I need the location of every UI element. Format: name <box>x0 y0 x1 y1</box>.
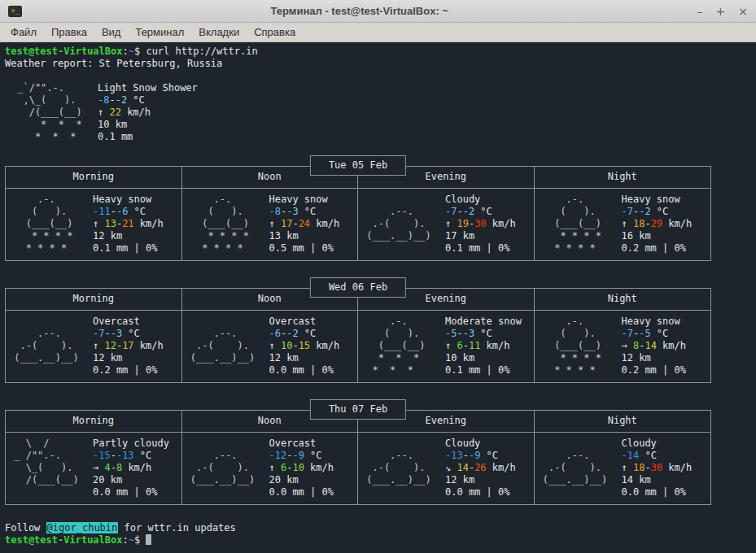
weather-icon-heavy_snow: .-. ( ). (___(__) * * * * * * * * <box>537 194 614 255</box>
terminal-text-segment: -12 <box>269 450 287 461</box>
terminal-text-segment: 20 km <box>93 474 122 486</box>
forecast-cell-line: 0.0 mm | 0% <box>93 486 169 499</box>
terminal-text-segment: ↑ <box>445 340 457 351</box>
forecast-cell-line: 12 km <box>93 352 164 364</box>
menu-terminal[interactable]: Терминал <box>128 24 191 40</box>
terminal-text-segment: 0.1 mm <box>98 131 133 142</box>
terminal-text-segment: km/h <box>310 218 339 229</box>
maximize-icon[interactable]: + <box>716 0 726 23</box>
forecast-cell-line: ↑ 13-21 km/h <box>93 218 164 230</box>
forecast-cell-noon: .--. .-( ). (___.__)__) Overcast-6--2 °C… <box>182 311 359 382</box>
terminal-text-segment: -3 <box>286 206 298 217</box>
terminal-text-segment: km/h <box>657 340 686 351</box>
weather-icon-heavy_snow: .-. ( ). (___(__) * * * * * * * * <box>8 194 85 255</box>
terminal-text-segment: 18 <box>633 218 645 229</box>
weather-icon-heavy_snow: .-. ( ). (___(__) * * * * * * * * <box>185 194 261 255</box>
terminal-text-segment: °C <box>299 328 317 339</box>
terminal-window: >_ Терминал - test@test-VirtualBox: ~ – … <box>0 0 756 553</box>
terminal-text-segment: 19 <box>457 218 468 229</box>
terminal-text-segment: km/h <box>662 218 692 229</box>
terminal-text-segment: ↑ <box>269 218 281 229</box>
minimize-icon[interactable]: – <box>697 0 703 23</box>
period-header-morning: Morning <box>6 167 182 188</box>
terminal-text-segment: ↑ <box>269 340 281 351</box>
forecast-cell-lines: Overcast-6--2 °C↑ 10-15 km/h12 km0.0 mm … <box>269 316 340 377</box>
terminal-cursor[interactable] <box>146 534 151 545</box>
menu-help[interactable]: Справка <box>247 24 303 40</box>
terminal-text-segment: Weather report: St Petersburg, Russia <box>5 58 222 69</box>
period-header-night: Night <box>535 167 711 188</box>
forecast-cell-line: Overcast <box>269 438 334 450</box>
forecast-cell-line: ↑ 18-29 km/h <box>622 218 693 230</box>
follow-line: Follow @igor_chubin for wttr.in updates <box>5 522 756 534</box>
forecast-cell-line: ↑ 10-15 km/h <box>269 340 340 352</box>
forecast-cell-line: 12 km <box>622 352 687 364</box>
terminal-body[interactable]: test@test-VirtualBox:~$ curl http://wttr… <box>0 42 756 553</box>
terminal-text-segment: °C <box>651 328 669 339</box>
menu-tabs[interactable]: Вкладки <box>191 24 247 40</box>
forecast-cell-lines: Heavy snow-7--5 °C→ 8-14 km/h12 km0.2 mm… <box>622 316 687 377</box>
forecast-table: Tue 05 FebMorningNoonEveningNight .-. ( … <box>5 166 711 261</box>
terminal-text-segment: °C <box>128 206 146 217</box>
forecast-table: Thu 07 FebMorningNoonEveningNight \ / _ … <box>5 410 711 505</box>
forecast-cell-morning: .-. ( ). (___(__) * * * * * * * * Heavy … <box>6 189 182 260</box>
terminal-text-segment: -6 <box>116 206 128 217</box>
forecast-body-row: \ / _ /"".-. \_( ). /(___(__) Partly clo… <box>6 433 710 504</box>
menu-view[interactable]: Вид <box>94 24 129 40</box>
forecast-cell-lines: Cloudy-13--9 °C↘ 14-26 km/h12 km0.0 mm |… <box>445 438 516 499</box>
menubar: Файл Правка Вид Терминал Вкладки Справка <box>0 23 756 42</box>
terminal-text-segment: Heavy snow <box>622 316 680 327</box>
forecast-cell-line: → 8-14 km/h <box>622 340 687 352</box>
terminal-text-segment: ↑ <box>93 218 104 229</box>
forecast-cell-line: -7--2 °C <box>622 206 693 218</box>
current-condition-line: 10 km <box>98 119 198 131</box>
terminal-text-segment: °C <box>639 450 657 461</box>
terminal-text-segment: -14 <box>622 450 640 461</box>
forecast-cell-line: 20 km <box>93 474 169 486</box>
terminal-text-segment: Cloudy <box>445 194 480 205</box>
wttr-update-link[interactable]: @igor_chubin <box>46 522 119 533</box>
terminal-text-segment: -11 <box>93 206 111 217</box>
forecast-cell-line: ↑ 12-17 km/h <box>93 340 164 352</box>
terminal-text-segment: - <box>645 462 650 473</box>
forecast-cell-line: -13--9 °C <box>445 450 516 462</box>
menu-edit[interactable]: Правка <box>44 24 94 40</box>
forecast-cell-line: → 4-8 km/h <box>93 462 169 474</box>
terminal-text-segment: km/h <box>480 340 509 351</box>
terminal-text-segment: km/h <box>121 107 151 118</box>
terminal-app-icon: >_ <box>8 6 22 17</box>
forecast-cell-night: .-. ( ). (___(__) * * * * * * * * Heavy … <box>535 311 711 382</box>
forecast-cell-morning: .--. .-( ). (___.__)__) Overcast-7--3 °C… <box>6 311 182 382</box>
titlebar[interactable]: >_ Терминал - test@test-VirtualBox: ~ – … <box>0 0 756 23</box>
current-condition-line: 0.1 mm <box>98 131 198 143</box>
terminal-text-segment: Follow <box>5 522 46 533</box>
forecast-cell-line: 0.1 mm | 0% <box>445 364 522 377</box>
forecast-cell-morning: \ / _ /"".-. \_( ). /(___(__) Partly clo… <box>6 433 182 504</box>
terminal-text-segment: 18 <box>633 462 645 473</box>
close-icon[interactable]: × <box>738 0 748 23</box>
weather-icon-light_snow_shower: _`/"".-. ,\_( ). /(___(__) * * * * * * <box>11 82 90 143</box>
terminal-text-segment: 29 <box>651 218 662 229</box>
forecast-cell-line: ↑ 19-30 km/h <box>445 218 516 230</box>
weather-icon-partly_cloudy: \ / _ /"".-. \_( ). /(___(__) <box>8 438 85 499</box>
forecast-body-row: .-. ( ). (___(__) * * * * * * * * Heavy … <box>6 189 710 260</box>
menu-file[interactable]: Файл <box>3 24 44 40</box>
terminal-text-segment: 0.1 mm | 0% <box>93 242 157 254</box>
forecast-cell-line: 0.0 mm | 0% <box>269 486 334 499</box>
forecast-cell-line: 0.0 mm | 0% <box>445 486 516 499</box>
terminal-text-segment: : <box>123 534 129 546</box>
terminal-text-segment: test@test-VirtualBox <box>5 46 123 57</box>
terminal-text-segment: 0.2 mm | 0% <box>93 364 157 376</box>
terminal-text-segment: 30 <box>474 218 486 229</box>
terminal-text-segment: 17 <box>281 218 292 229</box>
forecast-cell-line: 10 km <box>445 352 522 364</box>
terminal-text-segment: -9 <box>469 450 480 461</box>
forecast-cell-night: .--. .-( ). (___.__)__) Cloudy-14 °C↑ 18… <box>535 433 711 504</box>
terminal-text-segment: °C <box>304 450 322 461</box>
terminal-text-segment: $ <box>134 46 146 57</box>
terminal-text-segment: 17 <box>122 340 133 351</box>
weather-icon-overcast: .--. .-( ). (___.__)__) <box>185 316 261 377</box>
terminal-text-segment: 0.2 mm | 0% <box>622 364 686 376</box>
terminal-text-segment: Partly cloudy <box>93 438 169 449</box>
terminal-text-segment: -13 <box>445 450 463 461</box>
